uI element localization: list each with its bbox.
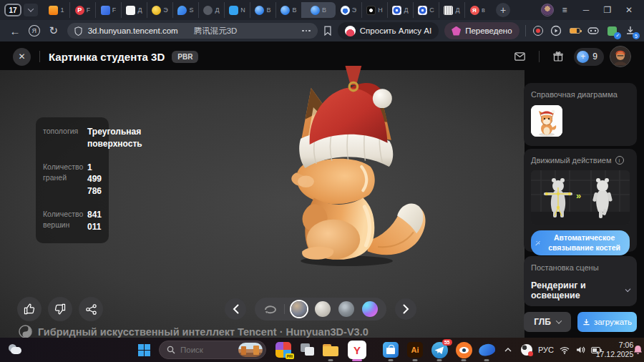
browser-profile-avatar[interactable] xyxy=(541,4,554,16)
tab-strip: 1 F F Д Э S Д N xyxy=(44,0,490,20)
ask-alice-button[interactable]: Спросить Алису AI xyxy=(338,22,439,39)
file-explorer-button[interactable] xyxy=(319,338,342,362)
translated-button[interactable]: Переведено xyxy=(444,22,519,39)
window-close-button[interactable]: ✕ xyxy=(618,5,640,15)
tray-antivirus[interactable] xyxy=(518,338,535,362)
browser-tab[interactable]: Э xyxy=(336,2,361,18)
browser-menu-icon[interactable]: ≡ xyxy=(554,5,575,15)
browser-tab[interactable]: Д xyxy=(439,2,464,18)
browser-tab[interactable]: F xyxy=(69,2,95,18)
extension-check-icon[interactable]: ✓ xyxy=(605,24,618,37)
extension-hand-icon[interactable] xyxy=(587,24,600,37)
material-sphere[interactable] xyxy=(362,301,378,317)
info-icon[interactable] xyxy=(615,156,624,165)
model-carousel xyxy=(225,298,416,321)
ms-store-button[interactable] xyxy=(379,338,402,362)
tab-list-dropdown[interactable] xyxy=(24,4,38,16)
taskbar-app-office[interactable]: PRI xyxy=(272,338,295,362)
telegram-button[interactable]: 55 xyxy=(428,338,451,362)
download-model-button[interactable]: загружать xyxy=(577,312,637,332)
blender-button[interactable] xyxy=(452,338,475,362)
window-minimize-button[interactable]: ─ xyxy=(575,5,597,15)
start-button[interactable] xyxy=(133,338,155,362)
taskbar-search[interactable] xyxy=(159,338,266,362)
mesh-stats-panel: топология Треугольная поверхность Количе… xyxy=(36,117,109,243)
address-bar[interactable]: 3d.hunyuan.tencent.com 腾讯混元3D xyxy=(67,23,318,39)
material-options xyxy=(291,301,378,317)
notifications-button[interactable] xyxy=(631,338,644,362)
record-screen-icon[interactable] xyxy=(532,24,545,37)
bookmark-icon[interactable] xyxy=(323,26,332,36)
format-select[interactable]: ГЛБ xyxy=(524,312,571,332)
dislike-button[interactable] xyxy=(48,297,72,321)
auto-rig-button[interactable]: Автоматическое связывание костей xyxy=(531,230,630,255)
tab-counter[interactable]: 17 xyxy=(4,4,21,16)
reference-thumbnail[interactable] xyxy=(531,105,562,137)
browser-tab[interactable]: S xyxy=(172,2,198,18)
share-button[interactable] xyxy=(79,297,103,321)
watermark: Гибридный искусственный интеллект Tencen… xyxy=(19,325,369,338)
tab-title: Д xyxy=(215,6,219,14)
credits-pill[interactable]: + 9 xyxy=(574,48,604,66)
tray-expand-button[interactable] xyxy=(499,338,517,362)
gift-icon[interactable] xyxy=(553,52,563,62)
browser-tab[interactable]: N xyxy=(224,2,250,18)
new-tab-button[interactable]: + xyxy=(496,3,510,17)
prev-model-button[interactable] xyxy=(225,298,246,320)
reference-title: Справочная диаграмма xyxy=(531,90,630,99)
site-shield-icon xyxy=(74,26,82,36)
weather-widget[interactable] xyxy=(6,338,26,362)
reload-button[interactable]: ↻ xyxy=(46,24,62,37)
browser-tab[interactable]: В xyxy=(250,2,275,18)
browser-tab[interactable]: F xyxy=(95,2,121,18)
cloud-moon-icon xyxy=(8,344,24,356)
alice-icon xyxy=(345,26,356,36)
illustrator-button[interactable]: Ai xyxy=(404,338,426,362)
downloads-icon[interactable]: 5 xyxy=(624,24,637,37)
volume-tray[interactable] xyxy=(572,338,588,362)
faces-value: 1 499 786 xyxy=(87,162,102,197)
yandex-browser-button[interactable]: Y xyxy=(345,338,369,362)
search-icon xyxy=(167,346,175,354)
user-avatar[interactable] xyxy=(610,46,631,67)
tab-favicon xyxy=(49,6,58,15)
video-popup-icon[interactable] xyxy=(550,24,562,37)
search-input[interactable] xyxy=(180,346,233,354)
material-sphere[interactable] xyxy=(291,301,307,317)
scene-select[interactable]: Рендеринг и освещение xyxy=(531,280,630,300)
tab-favicon xyxy=(341,6,350,15)
like-button[interactable] xyxy=(17,297,42,321)
rotate-icon[interactable] xyxy=(263,304,278,314)
close-viewer-button[interactable]: ✕ xyxy=(13,48,31,66)
browser-tab[interactable]: В xyxy=(275,2,301,18)
browser-tab[interactable]: в xyxy=(464,2,490,18)
illustrator-icon: Ai xyxy=(407,342,423,358)
material-sphere[interactable] xyxy=(338,301,354,317)
next-model-button[interactable] xyxy=(395,298,416,320)
wifi-tray[interactable] xyxy=(557,338,572,362)
task-view-button[interactable] xyxy=(296,338,319,362)
tab-favicon xyxy=(444,6,453,15)
back-button[interactable]: ← xyxy=(7,25,23,37)
yandex-services-button[interactable]: Я xyxy=(29,25,40,36)
window-restore-button[interactable]: ❐ xyxy=(597,5,618,15)
browser-tab[interactable]: В xyxy=(301,2,336,18)
browser-tab[interactable]: Д xyxy=(387,2,413,18)
language-switch[interactable]: РУС xyxy=(535,338,557,362)
browser-tab[interactable]: С xyxy=(413,2,439,18)
material-sphere[interactable] xyxy=(315,301,331,317)
export-row: ГЛБ загружать xyxy=(524,312,637,332)
clock-widget[interactable]: 7:06 17.12.2025 xyxy=(598,338,631,362)
browser-tab[interactable]: 1 xyxy=(44,2,69,18)
tab-title: 1 xyxy=(60,6,64,14)
browser-tab[interactable]: Д xyxy=(121,2,147,18)
messages-icon[interactable] xyxy=(514,52,525,61)
model-viewport[interactable]: топология Треугольная поверхность Количе… xyxy=(0,70,525,338)
tab-title: Д xyxy=(137,6,142,14)
browser-tab[interactable]: Д xyxy=(198,2,224,18)
browser-tab[interactable]: Э xyxy=(147,2,172,18)
address-more-icon[interactable] xyxy=(302,30,311,32)
battery-saver-icon[interactable] xyxy=(568,24,581,37)
browser-tab[interactable]: Н xyxy=(361,2,387,18)
blue-app-button[interactable] xyxy=(475,338,498,362)
